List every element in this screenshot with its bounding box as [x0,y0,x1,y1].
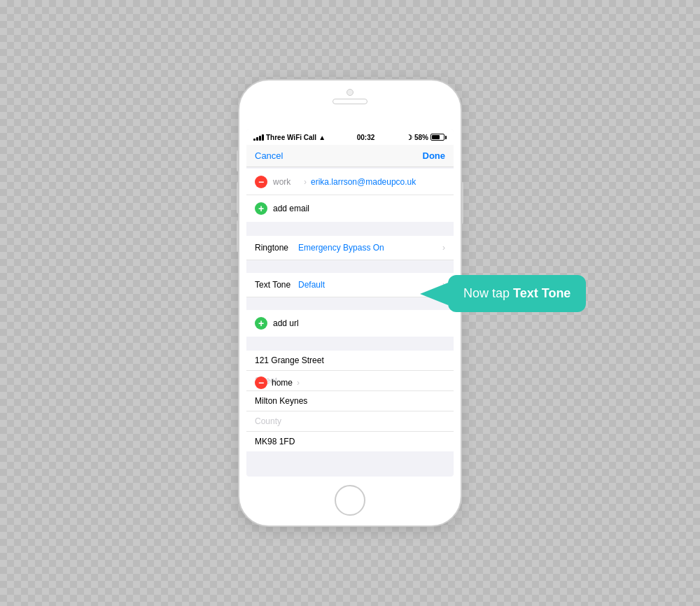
add-email-row[interactable]: + add email [246,195,454,222]
battery [430,134,447,141]
done-button[interactable]: Done [423,150,446,161]
section-gap-4 [246,338,454,351]
email-chevron-icon: › [304,177,307,187]
section-gap-1 [246,223,454,236]
status-right: ☽ 58% [406,134,447,141]
tooltip-arrow [420,283,448,305]
battery-percent: 58% [414,134,428,141]
ringtone-chevron-icon: › [442,243,445,253]
email-section: − work › erika.larrson@madeupco.uk + add… [246,169,454,222]
nav-bar: Cancel Done [246,145,454,167]
battery-body [430,134,444,141]
address-county-placeholder: County [255,416,281,426]
scene: Three WiFi Call ▲ 00:32 ☽ 58% [238,79,462,527]
status-bar: Three WiFi Call ▲ 00:32 ☽ 58% [246,129,454,145]
tooltip-bubble: Now tap Text Tone [448,275,586,312]
add-url-label: add url [273,318,299,328]
ringtone-label: Ringtone [255,243,298,253]
url-section: + add url [246,310,454,337]
status-left: Three WiFi Call ▲ [253,134,326,141]
address-county-row: County [246,411,454,432]
wifi-icon: ▲ [318,134,326,141]
volume-down-button [237,220,239,252]
battery-fill [432,135,440,139]
home-button[interactable] [335,485,365,516]
email-row[interactable]: − work › erika.larrson@madeupco.uk [246,169,454,195]
add-url-button[interactable]: + [255,317,267,330]
ringtone-row[interactable]: Ringtone Emergency Bypass On › [246,236,454,260]
add-email-label: add email [273,204,309,213]
add-url-row[interactable]: + add url [246,310,454,337]
email-value: erika.larrson@madeupco.uk [311,177,445,187]
text-tone-label: Text Tone [255,280,298,290]
email-label: work [273,177,300,187]
address-section: 121 Grange Street Street Milton Keynes C… [246,351,454,451]
earpiece-speaker [332,99,368,104]
tooltip-text: Now tap [463,286,513,300]
tooltip-bold: Text Tone [513,286,570,300]
tooltip-container: Now tap Text Tone [420,275,586,312]
mute-button [237,150,239,171]
address-line1: 121 Grange Street [255,355,324,365]
carrier-label: Three WiFi Call [266,134,316,141]
section-gap-2 [246,260,454,273]
remove-email-button[interactable]: − [255,176,267,188]
cancel-button[interactable]: Cancel [255,150,283,161]
status-time: 00:32 [357,134,375,141]
address-postcode-row: MK98 1FD [246,432,454,451]
signal-bars [253,134,264,141]
phone-top [332,89,368,104]
address-street-row: Street [246,371,454,391]
address-city-row: Milton Keynes [246,391,454,411]
address-postcode: MK98 1FD [255,437,295,446]
signal-bar-2 [256,137,258,141]
signal-bar-1 [253,139,255,141]
front-camera [346,89,354,96]
moon-icon: ☽ [406,134,412,141]
address-line1-row: 121 Grange Street [246,351,454,371]
signal-bar-3 [259,136,261,141]
address-street-placeholder: Street [255,376,277,386]
signal-bar-4 [262,134,264,141]
ringtone-value: Emergency Bypass On [298,243,442,253]
address-city: Milton Keynes [255,396,307,406]
add-email-button[interactable]: + [255,202,267,215]
battery-tip [445,136,447,139]
power-button [461,182,463,224]
volume-up-button [237,182,239,213]
